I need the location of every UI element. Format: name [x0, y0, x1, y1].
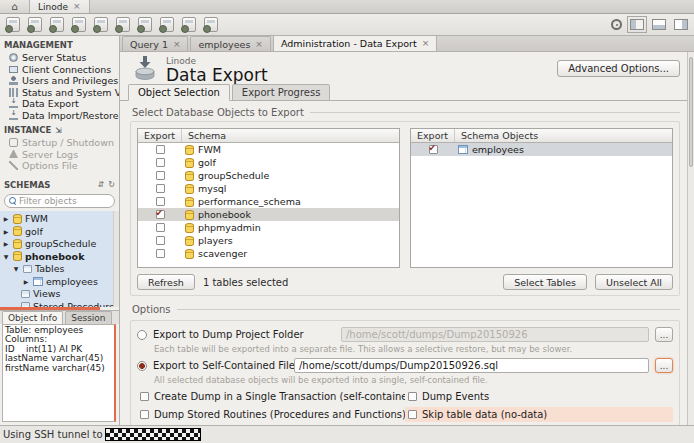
sidebar-item-users-privileges[interactable]: Users and Privileges [0, 75, 119, 87]
export-checkbox[interactable] [156, 171, 165, 180]
self-contained-file-row: Export to Self-Contained File ... [137, 357, 673, 374]
chevron-right-icon[interactable]: ▶ [2, 240, 10, 247]
tree-item-schema-phonebook[interactable]: ▼ phonebook [0, 250, 119, 263]
dump-events-option[interactable]: Dump Events [405, 389, 673, 404]
sidebar-item-data-import[interactable]: Data Import/Restore [0, 110, 119, 122]
export-checkbox[interactable] [156, 223, 165, 232]
sidebar-item-status-variables[interactable]: Status and System Variables [0, 87, 119, 99]
table-row[interactable]: scavenger [138, 247, 399, 260]
sidebar-item-server-status[interactable]: Server Status [0, 52, 119, 64]
create-table-icon[interactable] [94, 17, 108, 32]
reconnect-server-icon[interactable] [204, 17, 218, 32]
views-folder-icon [21, 290, 30, 298]
refresh-button[interactable]: Refresh [137, 274, 195, 290]
tree-item-schema[interactable]: ▶ groupSchedule [0, 238, 119, 251]
export-checkbox[interactable] [156, 145, 165, 154]
status-target-icon[interactable] [611, 19, 622, 30]
tree-item-stored-procedures[interactable]: Stored Procedures [0, 300, 119, 307]
schema-filter-input[interactable] [19, 196, 110, 206]
export-checkbox-checked[interactable]: ✔ [156, 210, 165, 219]
advanced-options-button[interactable]: Advanced Options... [557, 60, 680, 77]
export-checkbox[interactable] [156, 249, 165, 258]
toggle-bottom-panel-icon[interactable] [652, 19, 666, 30]
table-row-selected[interactable]: ✔ phonebook [138, 208, 399, 221]
chevron-right-icon[interactable]: ▶ [2, 228, 10, 235]
export-checkbox[interactable] [156, 197, 165, 206]
sidebar-item-data-export[interactable]: Data Export [0, 98, 119, 110]
tab-session[interactable]: Session [65, 311, 111, 324]
tree-item-schema[interactable]: ▶ golf [0, 225, 119, 238]
table-icon [458, 145, 468, 154]
table-row[interactable]: golf [138, 156, 399, 169]
tab-query-1[interactable]: Query 1 × [122, 36, 188, 51]
page-header: Linode Data Export Advanced Options... [120, 52, 694, 85]
sidebar-item-client-connections[interactable]: Client Connections [0, 64, 119, 76]
dump-events-checkbox[interactable] [408, 392, 417, 401]
create-function-icon[interactable] [160, 17, 174, 32]
single-transaction-option[interactable]: Create Dump in a Single Transaction (sel… [137, 389, 405, 404]
tree-item-tables[interactable]: ▼ Tables [0, 263, 119, 276]
table-row[interactable]: phpmyadmin [138, 221, 399, 234]
sidebar-item-startup-shutdown[interactable]: Startup / Shutdown [0, 137, 119, 149]
alter-schema-icon[interactable] [72, 17, 86, 32]
new-query-icon[interactable] [6, 17, 20, 32]
close-icon[interactable]: × [255, 40, 263, 49]
table-row[interactable]: groupSchedule [138, 169, 399, 182]
connection-tab-linode[interactable]: Linode × [30, 0, 90, 13]
home-tab[interactable]: ⌂ [0, 0, 30, 13]
schema-tree-scrollbar[interactable] [113, 211, 119, 307]
create-view-icon[interactable] [116, 17, 130, 32]
table-row-selected[interactable]: ✔ employees [411, 143, 672, 156]
select-tables-button[interactable]: Select Tables [503, 274, 587, 290]
create-procedure-icon[interactable] [138, 17, 152, 32]
refresh-schemas-icon[interactable]: ↻ [108, 180, 115, 189]
export-checkbox[interactable] [156, 158, 165, 167]
tab-employees[interactable]: employees × [190, 36, 270, 51]
tab-administration-data-export[interactable]: Administration - Data Export × [273, 35, 437, 51]
tab-object-info[interactable]: Object Info [2, 311, 63, 324]
table-row[interactable]: FWM [138, 143, 399, 156]
export-checkbox-checked[interactable]: ✔ [429, 145, 438, 154]
main-scrollbar[interactable] [687, 52, 694, 425]
export-checkbox[interactable] [156, 236, 165, 245]
tab-object-selection[interactable]: Object Selection [128, 84, 230, 101]
tree-item-table-employees[interactable]: ▶ employees [0, 275, 119, 288]
search-table-data-icon[interactable] [182, 17, 196, 32]
dump-stored-routines-checkbox[interactable] [140, 410, 149, 419]
chevron-right-icon[interactable]: ▶ [2, 215, 10, 222]
radio-self-contained-file[interactable] [137, 361, 147, 371]
table-row[interactable]: players [138, 234, 399, 247]
chevron-right-icon[interactable]: ▶ [22, 278, 30, 285]
self-contained-file-path-input[interactable] [294, 358, 649, 373]
options-group-label: Options [132, 304, 680, 315]
browse-self-contained-button[interactable]: ... [655, 358, 673, 373]
chevron-down-icon[interactable]: ▼ [12, 265, 20, 272]
skip-table-data-checkbox[interactable] [408, 410, 417, 419]
collapse-all-icon[interactable]: ⇵ [98, 180, 105, 189]
unselect-all-button[interactable]: Unselect All [595, 274, 673, 290]
scrollbar-thumb[interactable] [689, 57, 693, 167]
skip-table-data-option[interactable]: Skip table data (no-data) [405, 407, 673, 422]
create-schema-icon[interactable] [50, 17, 64, 32]
close-icon[interactable]: × [73, 2, 81, 11]
dump-stored-routines-option[interactable]: Dump Stored Routines (Procedures and Fun… [137, 407, 405, 422]
close-icon[interactable]: × [173, 40, 181, 49]
tree-item-schema[interactable]: ▶ FWM [0, 213, 119, 226]
close-icon[interactable]: × [422, 39, 430, 48]
toggle-left-panel-icon[interactable] [630, 19, 644, 30]
sidebar-item-options-file[interactable]: Options File [0, 160, 119, 172]
tab-export-progress[interactable]: Export Progress [232, 84, 331, 101]
tree-item-views[interactable]: Views [0, 288, 119, 301]
table-row[interactable]: performance_schema [138, 195, 399, 208]
sidebar-item-server-logs[interactable]: Server Logs [0, 149, 119, 161]
open-sql-script-icon[interactable] [28, 17, 42, 32]
single-transaction-checkbox[interactable] [140, 392, 149, 401]
browse-project-folder-button[interactable]: ... [655, 327, 673, 342]
export-checkbox[interactable] [156, 184, 165, 193]
chevron-down-icon[interactable]: ▼ [2, 253, 10, 260]
client-connections-icon [9, 66, 18, 73]
table-row[interactable]: mysql [138, 182, 399, 195]
options-group: Export to Dump Project Folder ... Each t… [130, 320, 680, 425]
toggle-right-panel-icon[interactable] [674, 19, 688, 30]
radio-dump-project-folder[interactable] [137, 330, 147, 340]
